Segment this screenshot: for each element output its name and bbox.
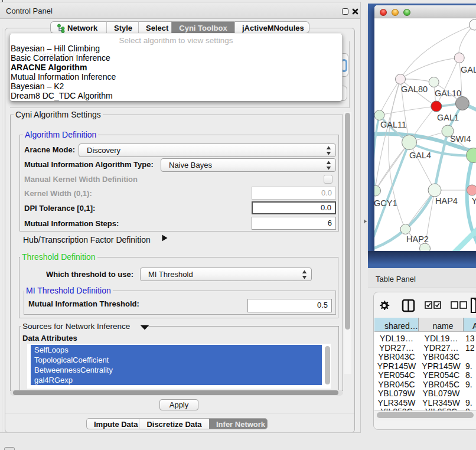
svg-text:GAL1: GAL1 [437,113,459,122]
svg-text:GCY1: GCY1 [374,198,397,208]
svg-text:HAP2: HAP2 [406,234,429,244]
svg-text:GAL11: GAL11 [380,120,406,129]
svg-text:GAL80: GAL80 [401,84,428,94]
svg-text:HAP4: HAP4 [435,196,458,206]
svg-text:GAL7: GAL7 [461,65,476,74]
svg-text:GAL4: GAL4 [409,151,431,160]
svg-text:Y: Y [472,196,476,206]
svg-text:GAL10: GAL10 [435,89,461,98]
svg-text:SWI4: SWI4 [450,134,471,144]
